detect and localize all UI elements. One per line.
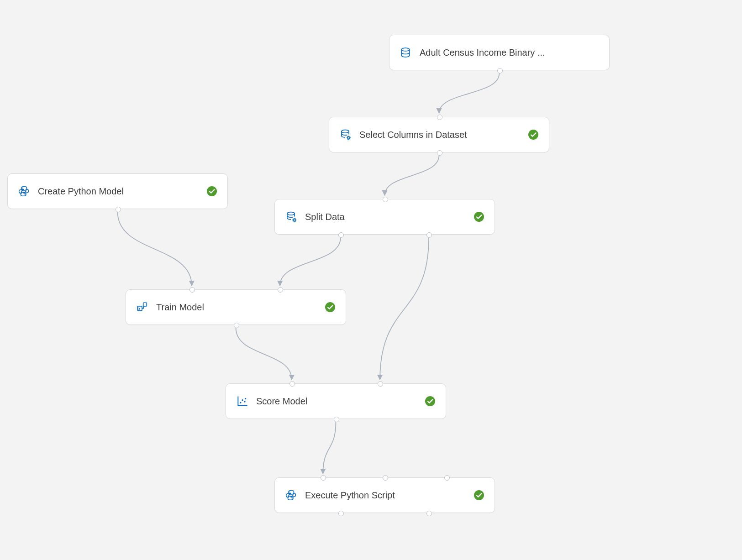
node-label: Select Columns in Dataset (359, 130, 522, 140)
status-success-icon (528, 129, 539, 140)
svg-point-19 (292, 498, 293, 499)
input-port[interactable] (444, 475, 450, 481)
database-gear-icon (339, 129, 351, 141)
module-icon (136, 301, 148, 313)
svg-point-20 (474, 490, 484, 500)
input-port[interactable] (278, 287, 283, 293)
status-success-icon (325, 302, 336, 313)
svg-point-12 (325, 302, 335, 312)
input-port[interactable] (378, 381, 383, 387)
node-create_model[interactable]: Create Python Model (7, 173, 228, 209)
output-port[interactable] (426, 511, 432, 516)
edges-layer (0, 0, 742, 560)
svg-rect-10 (137, 306, 142, 311)
python-icon (18, 185, 30, 197)
input-port[interactable] (289, 381, 295, 387)
output-port[interactable] (334, 417, 339, 422)
node-split_data[interactable]: Split Data (274, 199, 495, 235)
edge (323, 422, 336, 474)
python-icon (285, 489, 297, 501)
node-label: Split Data (305, 212, 468, 222)
node-dataset[interactable]: Adult Census Income Binary ... (389, 35, 610, 70)
status-success-icon (425, 396, 436, 407)
input-port[interactable] (321, 475, 326, 481)
node-label: Train Model (156, 302, 319, 313)
input-port[interactable] (383, 475, 388, 481)
svg-point-17 (425, 396, 435, 406)
edge (380, 237, 429, 380)
scatter-icon (236, 395, 248, 407)
svg-point-3 (528, 130, 538, 140)
database-gear-icon (285, 211, 297, 223)
pipeline-canvas[interactable]: Adult Census Income Binary ...Select Col… (0, 0, 742, 560)
status-success-icon (206, 186, 217, 197)
input-port[interactable] (189, 287, 195, 293)
node-label: Create Python Model (38, 186, 201, 197)
output-port[interactable] (426, 232, 432, 238)
node-label: Execute Python Script (305, 490, 468, 501)
svg-rect-11 (143, 303, 147, 306)
output-port[interactable] (338, 511, 344, 516)
edge (439, 73, 500, 113)
status-success-icon (474, 490, 484, 501)
svg-point-6 (207, 186, 217, 196)
output-port[interactable] (116, 207, 121, 212)
node-label: Score Model (256, 396, 419, 407)
svg-point-13 (240, 402, 241, 403)
svg-point-9 (474, 212, 484, 222)
svg-point-7 (287, 212, 295, 215)
node-score_model[interactable]: Score Model (226, 383, 446, 419)
status-success-icon (474, 211, 484, 222)
edge (118, 212, 192, 286)
svg-point-0 (401, 48, 409, 51)
svg-point-18 (289, 492, 290, 492)
input-port[interactable] (437, 115, 442, 120)
output-port[interactable] (338, 232, 344, 238)
input-port[interactable] (383, 197, 388, 202)
svg-point-16 (245, 398, 246, 399)
node-select_columns[interactable]: Select Columns in Dataset (329, 117, 549, 152)
node-train_model[interactable]: Train Model (126, 289, 346, 325)
svg-point-4 (22, 188, 23, 188)
svg-point-5 (25, 194, 26, 195)
output-port[interactable] (437, 150, 442, 156)
database-icon (400, 47, 411, 58)
edge (385, 155, 439, 195)
node-execute_script[interactable]: Execute Python Script (274, 477, 495, 513)
edge (236, 328, 292, 380)
svg-point-1 (342, 130, 349, 133)
edge (280, 237, 341, 286)
svg-point-15 (244, 401, 245, 402)
node-label: Adult Census Income Binary ... (420, 47, 599, 58)
output-port[interactable] (234, 323, 239, 328)
svg-point-14 (242, 399, 243, 401)
output-port[interactable] (497, 68, 503, 73)
